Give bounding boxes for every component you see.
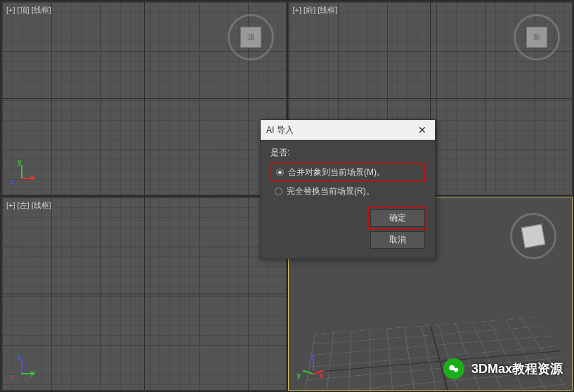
radio-icon <box>275 188 282 195</box>
viewcube[interactable]: 前 <box>519 20 554 55</box>
viewcube[interactable] <box>516 218 551 254</box>
group-label: 是否: <box>270 147 425 159</box>
ok-button[interactable]: 确定 <box>370 209 425 227</box>
axis-gizmo: y x z <box>11 158 39 186</box>
viewcube-face[interactable]: 前 <box>526 27 547 48</box>
axis-gizmo: z y x <box>297 353 325 381</box>
ai-import-dialog: AI 导入 ✕ 是否: 合并对象到当前场景(M)。 完全替换当前场景(R)。 确… <box>260 119 436 259</box>
viewcube-face[interactable] <box>521 224 546 249</box>
viewport-label[interactable]: [+] [左] [线框] <box>6 200 51 211</box>
radio-merge[interactable]: 合并对象到当前场景(M)。 <box>270 163 425 182</box>
close-icon: ✕ <box>418 124 426 136</box>
svg-point-0 <box>449 365 455 371</box>
viewcube-face[interactable]: 顶 <box>240 27 261 48</box>
svg-point-1 <box>454 368 458 372</box>
viewport-label[interactable]: [+] [前] [线框] <box>293 5 338 15</box>
cancel-button[interactable]: 取消 <box>370 231 425 249</box>
wechat-icon <box>443 358 464 379</box>
viewport-top[interactable]: [+] [顶] [线框] 顶 y x z <box>1 1 287 195</box>
viewcube[interactable]: 顶 <box>233 20 268 55</box>
viewport-label[interactable]: [+] [顶] [线框] <box>6 5 51 15</box>
radio-icon <box>276 169 284 176</box>
dialog-title: AI 导入 <box>266 124 294 136</box>
watermark: 3DMax教程资源 <box>443 358 563 379</box>
radio-replace-label: 完全替换当前场景(R)。 <box>287 185 374 197</box>
viewport-left[interactable]: [+] [左] [线框] z y x <box>1 197 287 391</box>
radio-replace[interactable]: 完全替换当前场景(R)。 <box>270 183 425 200</box>
dialog-titlebar[interactable]: AI 导入 ✕ <box>261 120 435 140</box>
radio-merge-label: 合并对象到当前场景(M)。 <box>288 166 385 178</box>
axis-gizmo: z y x <box>11 353 39 381</box>
close-button[interactable]: ✕ <box>415 123 429 137</box>
watermark-text: 3DMax教程资源 <box>471 360 563 377</box>
